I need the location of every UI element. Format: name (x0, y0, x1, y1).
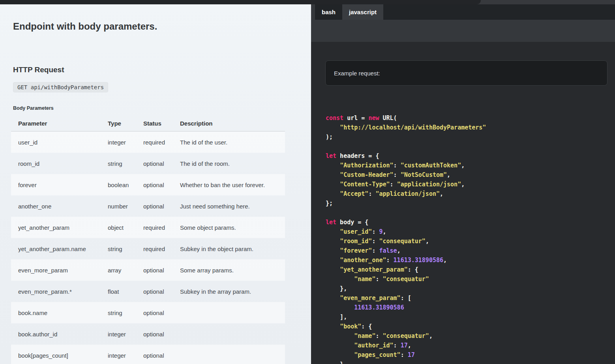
code-token-num: 9 (379, 228, 382, 235)
code-token-pl: , (447, 171, 450, 178)
code-token-pl: body = { (336, 219, 368, 226)
code-token-pl: URL( (379, 114, 397, 122)
code-token-pl: : (394, 342, 401, 349)
table-row: foreverbooleanoptionalWhether to ban the… (11, 174, 285, 195)
code-token-pl (326, 332, 354, 340)
code-token-pl: , (443, 257, 447, 264)
cell-status: optional (136, 259, 173, 281)
code-area: Example request: const url = new URL( "h… (311, 42, 615, 364)
cell-type: string (101, 238, 136, 259)
code-token-str: "name" (354, 332, 375, 340)
code-token-str: "consequatur" (383, 332, 429, 340)
table-row: another_onenumberoptionalJust need somet… (11, 195, 285, 217)
cell-type: integer (101, 323, 136, 345)
table-row: room_idstringoptionalThe id of the room. (11, 153, 285, 174)
endpoint-badge: GET api/withBodyParameters (13, 82, 108, 92)
cell-parameter: yet_another_param.name (11, 238, 101, 259)
code-token-pl (326, 162, 340, 169)
cell-type: integer (101, 131, 136, 153)
cell-status: optional (136, 153, 173, 174)
code-token-pl: : (368, 190, 375, 197)
code-token-pl: : { (361, 323, 372, 330)
example-request-label: Example request: (334, 70, 380, 77)
code-token-str: "book" (340, 323, 361, 330)
code-token-pl: , (397, 247, 401, 254)
cell-parameter: book.name (11, 302, 101, 323)
code-token-pl: ], (326, 313, 347, 321)
cell-parameter: book[pages_count] (11, 345, 101, 364)
page: Endpoint with body parameters. HTTP Requ… (0, 0, 615, 364)
code-token-str: "Content-Type" (340, 181, 390, 188)
code-token-pl (326, 238, 340, 245)
cell-status: optional (136, 345, 173, 364)
code-panel-header: bashjavascript (311, 4, 615, 42)
code-token-str: "http://localhost/api/withBodyParameters… (340, 124, 486, 131)
table-row: user_idintegerrequiredThe id of the user… (11, 131, 285, 153)
code-token-kw: let (326, 219, 336, 226)
code-token-pl: , (429, 332, 433, 340)
code-token-str: "yet_another_param" (340, 266, 408, 273)
cell-description: Subkey in the object param. (173, 238, 285, 259)
cell-type: boolean (101, 174, 136, 195)
code-token-pl: , (426, 238, 429, 245)
code-token-pl (326, 257, 340, 264)
cell-type: object (101, 217, 136, 238)
code-token-str: "application/json" (397, 181, 461, 188)
tab-bash[interactable]: bash (315, 4, 342, 20)
code-token-str: "customAuthToken" (401, 162, 461, 169)
table-row: book.author_idintegeroptional (11, 323, 285, 345)
cell-parameter: forever (11, 174, 101, 195)
table-row: even_more_paramarrayoptionalSome array p… (11, 259, 285, 281)
cell-description (173, 302, 285, 323)
table-row: book.namestringoptional (11, 302, 285, 323)
tab-javascript[interactable]: javascript (342, 4, 383, 20)
code-token-pl: , (461, 181, 465, 188)
cell-description: The id of the room. (173, 153, 285, 174)
code-token-pl: }, (326, 285, 347, 292)
body-parameters-table: Parameter Type Status Description user_i… (11, 115, 285, 364)
code-token-str: "application/json" (375, 190, 440, 197)
cell-status: required (136, 217, 173, 238)
code-token-str: "forever" (340, 247, 372, 254)
code-token-pl (326, 304, 354, 311)
cell-description: Some object params. (173, 217, 285, 238)
cell-parameter: room_id (11, 153, 101, 174)
code-token-str: "Custom-Header" (340, 171, 393, 178)
code-token-pl: , (440, 190, 443, 197)
cell-parameter: book.author_id (11, 323, 101, 345)
example-request-box: Example request: (325, 60, 608, 86)
cell-description: The id of the user. (173, 131, 285, 153)
code-token-pl: : (372, 228, 379, 235)
language-tab-bar: bashjavascript (315, 4, 615, 20)
code-token-pl: : (394, 162, 401, 169)
cell-parameter: yet_another_param (11, 217, 101, 238)
cell-description (173, 345, 285, 364)
cell-description: Whether to ban the user forever. (173, 174, 285, 195)
cell-status: optional (136, 302, 173, 323)
code-token-pl (326, 276, 354, 283)
cell-status: required (136, 131, 173, 153)
code-token-pl (326, 266, 340, 273)
cell-status: optional (136, 174, 173, 195)
code-token-pl: : (386, 257, 394, 264)
code-token-pl (326, 323, 340, 330)
code-token-pl (326, 171, 340, 178)
code-token-pl: , (408, 342, 411, 349)
code-token-pl: url = (343, 114, 368, 122)
code-token-num: 17 (401, 342, 408, 349)
code-token-pl: : (372, 238, 379, 245)
page-title: Endpoint with body parameters. (13, 21, 157, 32)
code-token-kw: const (326, 114, 343, 122)
table-row: even_more_param.*floatoptionalSubkey in … (11, 281, 285, 302)
table-row: book[pages_count]integeroptional (11, 345, 285, 364)
http-request-heading: HTTP Request (13, 66, 64, 74)
cell-type: string (101, 302, 136, 323)
code-panel: bashjavascript Example request: const ur… (311, 4, 615, 364)
code-token-pl (326, 181, 340, 188)
code-token-num: false (379, 247, 397, 254)
body-parameters-label: Body Parameters (13, 105, 54, 111)
code-token-pl: : (372, 247, 379, 254)
docs-panel: Endpoint with body parameters. HTTP Requ… (0, 4, 311, 364)
cell-status: required (136, 238, 173, 259)
table-row: yet_another_param.namestringrequiredSubk… (11, 238, 285, 259)
